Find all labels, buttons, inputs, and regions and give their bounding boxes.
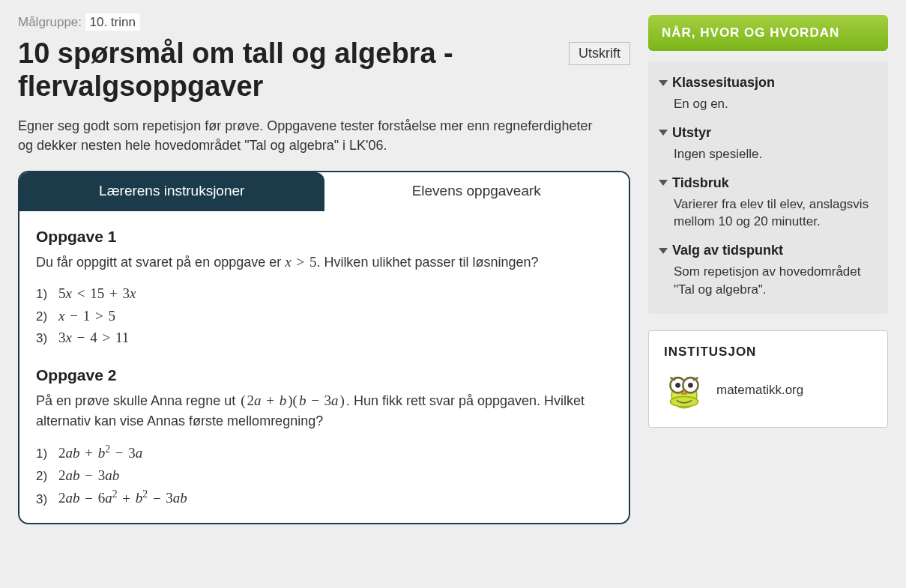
option-number: 1) (36, 444, 52, 464)
option-number: 2) (36, 307, 52, 327)
tab-body: Oppgave 1 Du får oppgitt at svaret på en… (19, 211, 629, 523)
task-title: Oppgave 1 (36, 228, 612, 246)
info-head-label: Tidsbruk (672, 175, 729, 191)
chevron-down-icon (659, 180, 668, 186)
options-list: 1) 5x < 15 + 3x 2) x − 1 > 5 3) 3x − 4 >… (36, 282, 612, 348)
info-item: Tidsbruk Varierer fra elev til elev, ans… (659, 175, 878, 231)
info-item: Klassesituasjon En og en. (659, 75, 878, 113)
task-text-post: . Hvilken ulikhet passer til løsningen? (316, 255, 538, 270)
sidebar-header: Når, hvor og hvordan (648, 15, 888, 51)
option-number: 3) (36, 490, 52, 509)
info-head-label: Valg av tidspunkt (672, 243, 783, 258)
target-label: Målgruppe: (18, 15, 82, 29)
owl-icon (664, 370, 704, 410)
institution-label: Institusjon (664, 345, 872, 360)
option-math: 3x − 4 > 11 (58, 327, 129, 348)
svg-point-1 (670, 396, 698, 407)
institution-box: Institusjon matematikk.org (648, 330, 888, 428)
print-button[interactable]: Utskrift (569, 42, 630, 65)
info-body: Ingen spesielle. (659, 141, 878, 163)
page-title: 10 spørsmål om tall og algebra - flerval… (18, 37, 557, 103)
option-math: 2ab − 3ab (58, 464, 119, 486)
option: 1) 2ab + b2 − 3a (36, 441, 612, 464)
option-math: 5x < 15 + 3x (58, 282, 136, 304)
intro-text: Egner seg godt som repetisjon før prøve.… (18, 116, 595, 155)
option: 1) 5x < 15 + 3x (36, 282, 612, 304)
option-number: 2) (36, 467, 52, 486)
task-text-pre: Du får oppgitt at svaret på en oppgave e… (36, 255, 285, 270)
math-inline: (2a + b)(b − 3a) (239, 392, 346, 408)
option: 3) 2ab − 6a2 + b2 − 3ab (36, 486, 612, 509)
option-math: 2ab + b2 − 3a (58, 441, 142, 464)
option: 2) 2ab − 3ab (36, 464, 612, 486)
info-head-klassesituasjon[interactable]: Klassesituasjon (659, 75, 878, 91)
task-text: På en prøve skulle Anna regne ut (2a + b… (36, 390, 612, 431)
option-math: x − 1 > 5 (58, 305, 115, 327)
info-panel: Klassesituasjon En og en. Utstyr Ingen s… (648, 61, 888, 314)
math-inline: x > 5 (285, 254, 316, 270)
info-head-valg-av-tidspunkt[interactable]: Valg av tidspunkt (659, 243, 878, 258)
info-head-utstyr[interactable]: Utstyr (659, 125, 878, 141)
option-number: 1) (36, 285, 52, 304)
options-list: 1) 2ab + b2 − 3a 2) 2ab − 3ab 3) 2ab − 6… (36, 441, 612, 509)
info-body: Varierer fra elev til elev, anslagsvis m… (659, 191, 878, 231)
chevron-down-icon (659, 248, 668, 254)
tab-teacher-instructions[interactable]: Lærerens instruksjoner (19, 172, 324, 211)
task-text-pre: På en prøve skulle Anna regne ut (36, 393, 239, 408)
option: 3) 3x − 4 > 11 (36, 327, 612, 348)
option-math: 2ab − 6a2 + b2 − 3ab (58, 486, 187, 509)
chevron-down-icon (659, 130, 668, 136)
info-item: Valg av tidspunkt Som repetisjon av hove… (659, 243, 878, 299)
info-body: Som repetisjon av hovedområdet "Tal og a… (659, 258, 878, 299)
option-number: 3) (36, 329, 52, 348)
task-title: Oppgave 2 (36, 366, 612, 384)
task-text: Du får oppgitt at svaret på en oppgave e… (36, 252, 612, 273)
info-head-label: Klassesituasjon (672, 75, 775, 91)
chevron-down-icon (659, 80, 668, 86)
info-head-label: Utstyr (672, 125, 711, 141)
tab-container: Lærerens instruksjoner Elevens oppgavear… (18, 171, 630, 524)
info-item: Utstyr Ingen spesielle. (659, 125, 878, 163)
info-body: En og en. (659, 91, 878, 113)
info-head-tidsbruk[interactable]: Tidsbruk (659, 175, 878, 191)
option: 2) x − 1 > 5 (36, 305, 612, 327)
target-group: Målgruppe: 10. trinn (18, 15, 630, 30)
svg-point-4 (675, 383, 680, 388)
tab-student-worksheet[interactable]: Elevens oppgaveark (324, 172, 629, 211)
svg-point-5 (688, 383, 693, 388)
institution-name[interactable]: matematikk.org (716, 383, 803, 398)
target-value: 10. trinn (85, 13, 140, 31)
